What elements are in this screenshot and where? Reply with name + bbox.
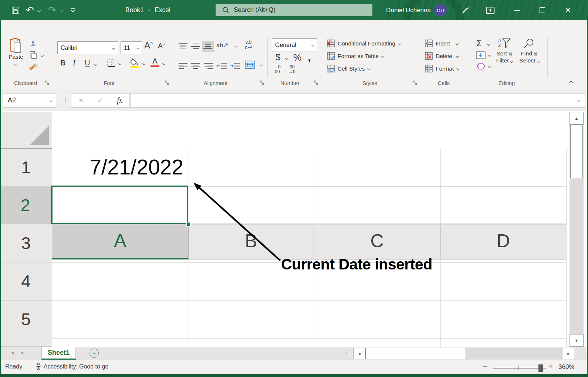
fill-color-dropdown[interactable] [141,61,146,66]
cut-button[interactable]: ✂ [28,39,38,48]
column-header-c[interactable]: C [314,223,440,259]
active-cell-a2[interactable] [51,186,188,224]
clear-button[interactable] [476,62,486,71]
fill-color-button[interactable] [129,58,140,68]
copy-button[interactable] [28,51,38,60]
align-center-button[interactable] [190,61,201,71]
tabstrip-resize-handle[interactable]: ⋮ [344,349,349,356]
maximize-button[interactable] [534,0,551,20]
autosum-button[interactable]: Σ [476,38,482,48]
status-accessibility[interactable]: Accessibility: Good to go [44,363,108,370]
paste-button[interactable]: Paste [6,38,26,67]
save-button[interactable] [9,0,22,20]
decrease-decimal-button[interactable]: .00 →0 [288,65,295,74]
italic-button[interactable]: I [73,59,75,67]
format-as-table-button[interactable]: Format as Table [327,52,384,60]
font-color-dropdown[interactable] [161,61,166,66]
redo-button[interactable]: ↷ [47,0,58,20]
sheet-grid[interactable]: A B C D 1 2 3 4 5 7/21/2022 ▲ ▼ [0,111,588,347]
orientation-button[interactable]: ab↗ [216,41,229,49]
insert-function-button[interactable]: fx [117,96,122,105]
borders-button[interactable] [107,58,116,68]
minimize-button[interactable] [508,0,526,20]
row-header-4[interactable]: 4 [0,262,52,300]
underline-dropdown[interactable] [93,62,98,67]
wrap-text-button[interactable]: ab c↩ [245,39,252,50]
sort-filter-button[interactable]: AZ Sort & Filter [494,38,515,64]
column-header-b[interactable]: B [189,223,314,259]
zoom-out-button[interactable]: − [483,362,487,371]
cell-styles-button[interactable]: Cell Styles [327,65,370,72]
collapse-ribbon-button[interactable] [567,79,575,85]
autosum-dropdown[interactable] [486,42,491,47]
bold-button[interactable]: B [60,59,65,67]
clipboard-dialog-launcher[interactable] [45,81,50,85]
fill-button[interactable] [476,51,486,60]
copy-dropdown[interactable] [40,53,45,58]
row-header-2[interactable]: 2 [0,186,52,224]
new-sheet-button[interactable]: + [89,349,99,358]
font-size-select[interactable]: 11 [121,41,142,54]
accounting-dropdown[interactable] [284,56,289,61]
conditional-formatting-button[interactable]: Conditional Formatting [327,40,401,47]
zoom-in-button[interactable]: + [549,362,553,371]
scroll-right-button[interactable]: ▸ [563,348,574,359]
select-all-button[interactable] [0,112,52,149]
borders-dropdown[interactable] [117,61,122,66]
alignment-dialog-launcher[interactable] [260,81,265,85]
row-header-5[interactable]: 5 [0,300,52,338]
comma-style-button[interactable]: , [308,49,311,64]
sheet-nav-right[interactable]: ▸ [21,349,24,356]
redo-dropdown[interactable] [58,0,64,20]
ribbon-display-options-button[interactable] [483,0,498,20]
scroll-left-button[interactable]: ◂ [353,348,365,359]
row-header-1[interactable]: 1 [0,149,52,186]
customize-quick-access-button[interactable] [68,0,78,20]
search-box[interactable]: Search (Alt+Q) [216,4,372,16]
row-header-6-partial[interactable] [0,338,52,347]
top-align-button[interactable] [178,42,189,51]
vertical-scrollbar-thumb[interactable] [570,125,583,178]
name-box[interactable]: A2 [3,93,56,108]
increase-decimal-button[interactable]: ←0 .00 [274,65,281,74]
accounting-format-button[interactable]: $ [276,52,280,62]
align-right-button[interactable] [203,61,214,71]
close-button[interactable]: ✕ [560,0,577,20]
format-painter-button[interactable] [28,62,38,72]
avatar[interactable]: DU [434,4,447,17]
zoom-slider-thumb[interactable] [538,364,543,372]
styles-dialog-launcher[interactable] [413,81,418,85]
cell-a1[interactable]: 7/21/2022 [52,149,183,186]
font-dialog-launcher[interactable] [165,81,170,85]
scroll-down-button[interactable]: ▼ [570,334,584,347]
enter-button[interactable]: ✓ [97,96,103,105]
clear-dropdown[interactable] [487,64,492,69]
formula-input[interactable] [130,93,585,108]
user-name[interactable]: Daniel Uchenna [386,0,431,20]
underline-button[interactable]: U [85,59,90,67]
zoom-level[interactable]: 360% [558,363,574,371]
number-dialog-launcher[interactable] [314,81,319,85]
font-color-button[interactable]: A [150,57,160,67]
bottom-align-button[interactable] [202,41,214,52]
fill-dropdown[interactable] [487,52,492,58]
font-family-select[interactable]: Calibri [57,41,118,54]
insert-cells-button[interactable]: Insert [425,40,458,47]
column-header-a[interactable]: A [52,223,189,259]
format-cells-button[interactable]: Format [425,65,459,72]
undo-button[interactable]: ↶ [24,0,36,20]
horizontal-scrollbar-thumb[interactable] [365,348,465,359]
merge-center-button[interactable] [244,60,256,70]
cancel-button[interactable]: ✕ [78,96,84,105]
undo-dropdown[interactable] [36,0,41,20]
percent-style-button[interactable]: % [293,52,301,63]
column-header-d[interactable]: D [440,223,567,259]
scroll-up-button[interactable]: ▲ [570,112,584,125]
row-header-3[interactable]: 3 [0,224,52,262]
shrink-font-button[interactable]: A [158,42,165,50]
find-select-button[interactable]: Find & Select [518,38,541,64]
merge-center-dropdown[interactable] [259,62,264,67]
delete-cells-button[interactable]: Delete [425,52,459,60]
fill-handle[interactable] [186,222,191,227]
orientation-dropdown[interactable] [233,43,238,48]
